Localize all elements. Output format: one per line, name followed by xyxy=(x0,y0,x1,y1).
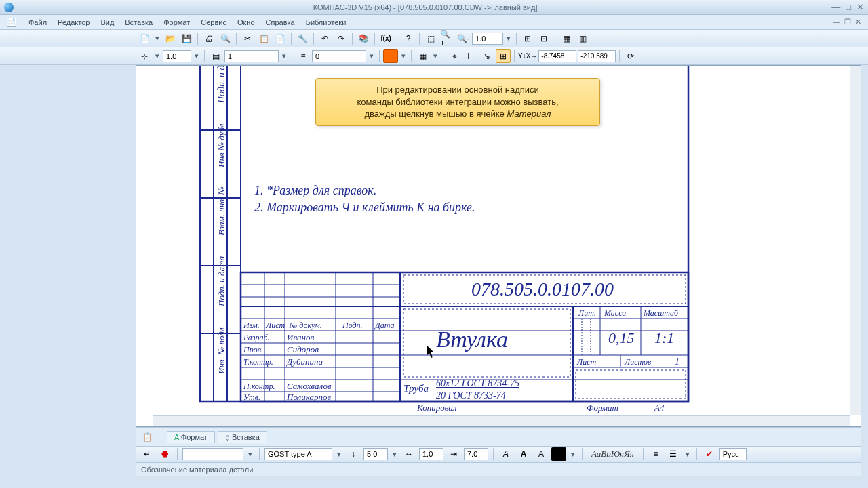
name-prov: Сидоров xyxy=(287,344,319,354)
align-left[interactable]: ≡ xyxy=(648,447,663,461)
paste-button[interactable]: 📄 xyxy=(273,32,288,45)
font-height-icon: ↕ xyxy=(346,447,361,461)
italic-button[interactable]: A xyxy=(498,447,513,461)
cursor-icon xyxy=(427,346,434,358)
redo-button[interactable]: ↷ xyxy=(334,32,349,45)
grid-button[interactable]: ▦ xyxy=(415,49,430,63)
role-nkontr: Н.контр. xyxy=(243,382,275,391)
new-dd[interactable]: ▾ xyxy=(153,34,161,43)
zoom-dd[interactable]: ▾ xyxy=(505,34,513,43)
scrollbar-horizontal[interactable] xyxy=(153,415,850,426)
side-inv-dubl: Инв № дубл. xyxy=(216,121,226,168)
snap-b[interactable]: ⊢ xyxy=(463,49,478,63)
app-icon xyxy=(4,3,14,12)
color-swatch[interactable] xyxy=(551,447,566,461)
hdr-podp: Подп. xyxy=(342,321,363,330)
snap-a[interactable]: ⌖ xyxy=(447,49,462,63)
svg-rect-34 xyxy=(576,370,686,399)
copy-button[interactable]: 📋 xyxy=(256,32,271,45)
snap-d[interactable]: ⊞ xyxy=(496,49,511,63)
menu-help[interactable]: Справка xyxy=(260,17,300,28)
spacing-icon: ⇥ xyxy=(446,447,461,461)
statusbar: Обозначение материала детали xyxy=(136,462,861,476)
menu-service[interactable]: Сервис xyxy=(195,17,232,28)
stop-button[interactable]: ⬣ xyxy=(157,447,172,461)
tab-insert[interactable]: ⎀ Вставка xyxy=(218,431,267,443)
new-button[interactable]: 📄 xyxy=(137,32,152,45)
menu-view[interactable]: Вид xyxy=(95,17,119,28)
menu-file[interactable]: Файл xyxy=(23,17,52,28)
help-button[interactable]: ? xyxy=(401,32,416,45)
toolbar-second: ⊹▾ ▾ ▤ ▾ ≡ ▾ ▾ ▦▾ ⌖ ⊢ ↘ ⊞ Y↓X→ ⟳ xyxy=(0,47,868,65)
side-vzam-inv: Взам. инв. № xyxy=(216,186,226,235)
mat-line1: 60x12 ГОСТ 8734-75 xyxy=(436,378,519,388)
libs-button[interactable]: 📚 xyxy=(356,32,371,45)
underline-button[interactable]: A xyxy=(534,447,549,461)
scale-dd[interactable]: ▾ xyxy=(193,52,201,60)
child-minimize[interactable]: ― xyxy=(833,18,840,26)
list-button[interactable]: ☰ xyxy=(666,447,681,461)
color-button[interactable] xyxy=(383,49,398,63)
tab-format[interactable]: A Формат xyxy=(167,431,215,443)
spellcheck-button[interactable]: ✔ xyxy=(702,447,717,461)
minimize-button[interactable]: ― xyxy=(831,2,840,12)
zoom-fit-button[interactable]: ⊞ xyxy=(520,32,535,45)
preview-button[interactable]: 🔍 xyxy=(218,32,233,45)
coord-x[interactable] xyxy=(538,50,576,62)
zoom-window-button[interactable]: ⬚ xyxy=(423,32,438,45)
style-button[interactable]: ≡ xyxy=(296,49,311,63)
name-utv: Поликарпов xyxy=(286,392,331,402)
status-text: Обозначение материала детали xyxy=(141,466,253,474)
child-restore[interactable]: ❐ xyxy=(844,18,851,26)
layer-button[interactable]: ▤ xyxy=(208,49,223,63)
cut-button[interactable]: ✂ xyxy=(240,32,255,45)
role-prov: Пров. xyxy=(243,345,263,354)
font-select[interactable] xyxy=(264,448,332,460)
note-2: 2. Маркировать Ч и клеймить К на бирке. xyxy=(254,201,475,214)
save-button[interactable]: 💾 xyxy=(179,32,194,45)
menu-edit[interactable]: Редактор xyxy=(52,17,95,28)
snap-c[interactable]: ↘ xyxy=(479,49,494,63)
hint-balloon: При редактировании основной надписи кома… xyxy=(315,78,600,126)
tool-b[interactable]: ▥ xyxy=(575,32,590,45)
child-close[interactable]: ✕ xyxy=(855,18,861,26)
canvas[interactable]: Подп. и дата Инв № дубл. Взам. инв. № По… xyxy=(153,66,850,415)
hdr-data: Дата xyxy=(374,321,394,330)
scale-input[interactable] xyxy=(163,50,191,62)
zoom-sel-button[interactable]: ⊡ xyxy=(536,32,551,45)
font-spacing[interactable] xyxy=(464,448,488,460)
apply-button[interactable]: ↵ xyxy=(140,447,155,461)
print-button[interactable]: 🖨 xyxy=(201,32,216,45)
undo-button[interactable]: ↶ xyxy=(317,32,332,45)
refresh-button[interactable]: ⟳ xyxy=(623,49,638,63)
tab-icon[interactable]: 📋 xyxy=(140,430,155,444)
style-select[interactable] xyxy=(182,448,243,460)
font-stretch[interactable] xyxy=(419,448,443,460)
lang-select[interactable] xyxy=(719,448,747,460)
maximize-button[interactable]: □ xyxy=(846,2,851,12)
doc-icon: 📄 xyxy=(7,18,16,27)
coord-y[interactable] xyxy=(578,50,616,62)
font-size[interactable] xyxy=(363,448,388,460)
props-button[interactable]: 🔧 xyxy=(295,32,310,45)
massa-val: 0,15 xyxy=(608,329,635,346)
menu-window[interactable]: Окно xyxy=(232,17,260,28)
hdr-list: Лист xyxy=(265,321,285,330)
layer-input[interactable] xyxy=(224,50,279,62)
zoom-input[interactable] xyxy=(472,33,503,45)
vars-button[interactable]: f(x) xyxy=(378,32,393,45)
open-button[interactable]: 📂 xyxy=(163,32,178,45)
menu-insert[interactable]: Вставка xyxy=(119,17,158,28)
menu-libs[interactable]: Библиотеки xyxy=(300,17,352,28)
menu-format[interactable]: Формат xyxy=(158,17,195,28)
close-button[interactable]: ✕ xyxy=(856,2,864,12)
doc-number: 078.505.0.0107.00 xyxy=(471,279,614,300)
zoom-out-button[interactable]: 🔍- xyxy=(456,32,471,45)
zoom-in-button[interactable]: 🔍+ xyxy=(439,32,454,45)
style-input[interactable] xyxy=(312,50,366,62)
bold-button[interactable]: A xyxy=(516,447,531,461)
scrollbar-vertical[interactable] xyxy=(850,66,861,415)
tool-a[interactable]: ▦ xyxy=(559,32,574,45)
hdr-massa: Масса xyxy=(604,308,626,318)
ortho-button[interactable]: ⊹ xyxy=(137,49,152,63)
